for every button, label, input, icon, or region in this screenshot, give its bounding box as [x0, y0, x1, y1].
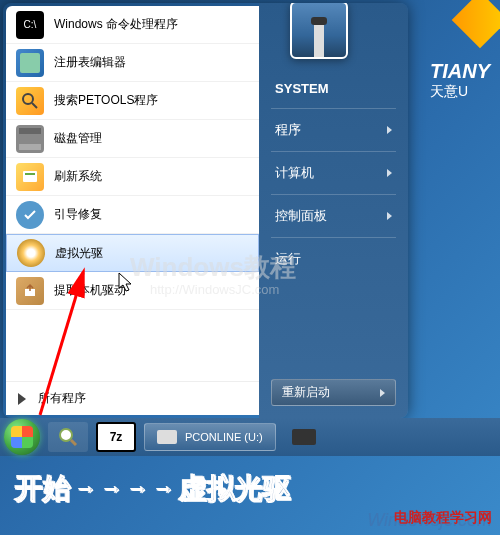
- taskbar: 7z PCONLINE (U:): [0, 418, 500, 456]
- start-menu-right-panel: SYSTEM 程序 计算机 控制面板 运行 重新启动: [259, 3, 408, 418]
- lighthouse-icon: [314, 23, 324, 57]
- drive-label: PCONLINE (U:): [185, 431, 263, 443]
- chevron-right-icon: [380, 389, 385, 397]
- taskbar-chip[interactable]: [284, 422, 324, 452]
- menu-item-extract-drivers[interactable]: 提取本机驱动: [6, 272, 259, 310]
- menu-item-virtual-cd[interactable]: 虚拟光驱: [6, 234, 259, 272]
- menu-label: 虚拟光驱: [55, 245, 103, 262]
- brand-logo: TIANY: [430, 60, 490, 83]
- right-label: 运行: [275, 250, 301, 268]
- site-watermark: 电脑教程学习网: [394, 509, 492, 527]
- arrow-icon: →: [75, 476, 97, 502]
- right-programs[interactable]: 程序: [259, 111, 408, 149]
- right-label: 控制面板: [275, 207, 327, 225]
- all-programs-label: 所有程序: [38, 390, 86, 407]
- user-label: SYSTEM: [275, 81, 328, 96]
- menu-label: 提取本机驱动: [54, 282, 126, 299]
- taskbar-7zip[interactable]: 7z: [96, 422, 136, 452]
- right-label: 程序: [275, 121, 301, 139]
- restart-button[interactable]: 重新启动: [271, 379, 396, 406]
- separator: [271, 194, 396, 195]
- desktop-branding: TIANY 天意U: [430, 60, 490, 101]
- extract-icon: [16, 277, 44, 305]
- right-run[interactable]: 运行: [259, 240, 408, 278]
- disk-icon: [16, 125, 44, 153]
- separator: [271, 151, 396, 152]
- separator: [271, 237, 396, 238]
- desktop-decoration: [452, 0, 500, 48]
- arrow-right-icon: [18, 393, 26, 405]
- svg-line-6: [71, 440, 76, 445]
- windows-logo-icon: [11, 426, 33, 448]
- brand-subtitle: 天意U: [430, 83, 490, 101]
- svg-line-1: [32, 103, 37, 108]
- seven-zip-label: 7z: [110, 430, 123, 444]
- arrow-icon: →: [101, 476, 123, 502]
- menu-label: Windows 命令处理程序: [54, 16, 178, 33]
- start-button[interactable]: [4, 419, 40, 455]
- chip-icon: [292, 429, 316, 445]
- user-name[interactable]: SYSTEM: [259, 71, 408, 106]
- start-menu-left-panel: C:\ Windows 命令处理程序 注册表编辑器 搜索PETOOLS程序 磁盘…: [6, 6, 259, 415]
- svg-point-5: [60, 429, 72, 441]
- instruction-text: 开始 → → → → 虚拟光驱: [15, 470, 291, 508]
- svg-point-0: [23, 94, 33, 104]
- chevron-right-icon: [387, 212, 392, 220]
- arrow-icon: →: [153, 476, 175, 502]
- menu-label: 注册表编辑器: [54, 54, 126, 71]
- menu-item-bootrepair[interactable]: 引导修复: [6, 196, 259, 234]
- menu-item-search-petools[interactable]: 搜索PETOOLS程序: [6, 82, 259, 120]
- svg-rect-3: [25, 173, 35, 175]
- search-icon: [16, 87, 44, 115]
- menu-item-diskmgmt[interactable]: 磁盘管理: [6, 120, 259, 158]
- instruction-start: 开始: [15, 470, 71, 508]
- svg-rect-2: [23, 171, 37, 182]
- chevron-right-icon: [387, 126, 392, 134]
- separator: [271, 108, 396, 109]
- menu-label: 磁盘管理: [54, 130, 102, 147]
- right-computer[interactable]: 计算机: [259, 154, 408, 192]
- menu-label: 搜索PETOOLS程序: [54, 92, 158, 109]
- menu-item-regedit[interactable]: 注册表编辑器: [6, 44, 259, 82]
- menu-label: 引导修复: [54, 206, 102, 223]
- all-programs-button[interactable]: 所有程序: [6, 381, 259, 415]
- right-control-panel[interactable]: 控制面板: [259, 197, 408, 235]
- start-menu: C:\ Windows 命令处理程序 注册表编辑器 搜索PETOOLS程序 磁盘…: [3, 3, 408, 418]
- restart-label: 重新启动: [282, 384, 330, 401]
- taskbar-magnifier[interactable]: [48, 422, 88, 452]
- user-picture[interactable]: [290, 3, 348, 59]
- refresh-icon: [16, 163, 44, 191]
- arrow-icon: →: [127, 476, 149, 502]
- boot-repair-icon: [16, 201, 44, 229]
- menu-item-refresh[interactable]: 刷新系统: [6, 158, 259, 196]
- taskbar-drive-button[interactable]: PCONLINE (U:): [144, 423, 276, 451]
- drive-icon: [157, 430, 177, 444]
- cmd-icon: C:\: [16, 11, 44, 39]
- menu-item-cmd[interactable]: C:\ Windows 命令处理程序: [6, 6, 259, 44]
- chevron-right-icon: [387, 169, 392, 177]
- regedit-icon: [16, 49, 44, 77]
- right-label: 计算机: [275, 164, 314, 182]
- cd-icon: [17, 239, 45, 267]
- menu-label: 刷新系统: [54, 168, 102, 185]
- instruction-target: 虚拟光驱: [179, 470, 291, 508]
